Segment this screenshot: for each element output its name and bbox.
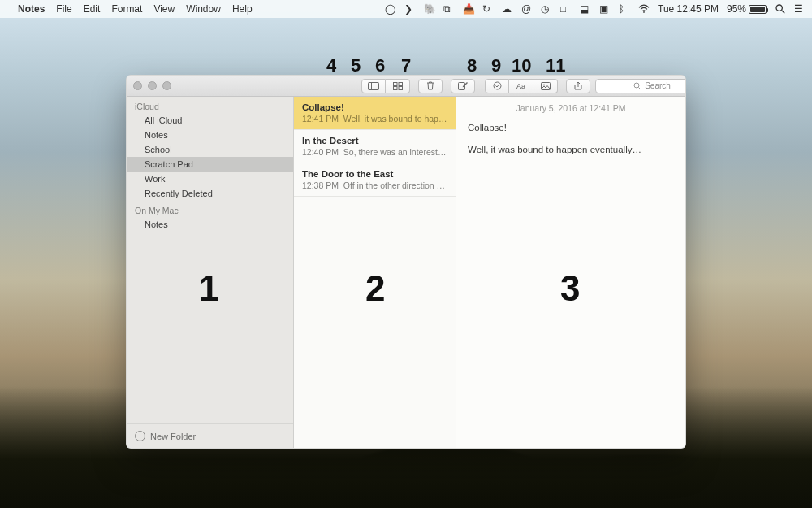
svg-point-0 (643, 11, 645, 13)
wifi-icon[interactable] (638, 3, 650, 15)
dropbox-icon[interactable]: ⬓ (580, 3, 591, 15)
search-input[interactable]: Search (595, 79, 686, 93)
svg-point-13 (634, 83, 639, 88)
plus-icon: + (135, 431, 145, 441)
media-button[interactable] (533, 79, 558, 93)
note-list-item[interactable]: Collapse! 12:41 PM Well, it was bound to… (294, 97, 456, 130)
app-menu[interactable]: Notes (18, 3, 45, 15)
svg-point-10 (494, 82, 501, 89)
new-note-button[interactable] (451, 79, 475, 93)
sidebar-section-on-my-mac: On My Mac (127, 201, 293, 217)
close-window-button[interactable] (133, 81, 142, 90)
editor-note-body: Well, it was bound to happen eventually… (468, 143, 674, 157)
note-list-item[interactable]: The Door to the East 12:38 PM Off in the… (294, 163, 456, 197)
note-time: 12:38 PM (302, 180, 339, 190)
new-folder-label: New Folder (150, 432, 196, 441)
note-preview: Well, it was bound to happen event… (343, 114, 447, 124)
overlay-label-9: 9 (491, 55, 501, 76)
sidebar-item-recently-deleted[interactable]: Recently Deleted (127, 186, 293, 201)
overlay-label-2: 2 (365, 268, 385, 309)
menubar-right: ◯ ❯ 🐘 ⧉ 📥 ↻ ☁ @ ◷ □ ⬓ ▣ ᛒ Tue 12:45 PM 9… (385, 3, 806, 15)
menu-edit[interactable]: Edit (84, 3, 101, 15)
cloud-icon[interactable]: ☁ (502, 3, 513, 15)
toolbar-right: Aa (485, 79, 590, 93)
overlay-label-8: 8 (467, 55, 477, 76)
bluetooth-icon[interactable]: ᛒ (619, 3, 630, 15)
note-title: The Door to the East (302, 169, 447, 179)
sync-icon[interactable]: ↻ (482, 3, 494, 15)
menu-file[interactable]: File (56, 3, 71, 15)
search-icon (633, 82, 641, 90)
sidebar-item-notes[interactable]: Notes (127, 128, 293, 142)
svg-rect-3 (369, 82, 379, 89)
menu-window[interactable]: Window (186, 3, 221, 15)
battery-icon (749, 5, 767, 14)
svg-rect-7 (393, 86, 397, 89)
note-preview: So, there was an interesting time w… (343, 147, 447, 157)
tray-icon[interactable]: ⧉ (443, 3, 455, 15)
overlay-label-1: 1 (199, 268, 218, 309)
svg-line-14 (639, 87, 641, 89)
window-titlebar[interactable]: Aa Search (127, 76, 685, 97)
new-folder-button[interactable]: + New Folder (127, 423, 293, 448)
overlay-label-3: 3 (560, 268, 580, 309)
notes-window: Aa Search iCloud All iCloud Notes (126, 75, 686, 449)
chevron-right-icon[interactable]: ❯ (404, 3, 416, 15)
zoom-window-button[interactable] (162, 81, 171, 90)
minimize-window-button[interactable] (148, 81, 157, 90)
circle-icon[interactable]: ◯ (385, 3, 396, 15)
svg-rect-8 (399, 86, 403, 89)
overlay-label-4: 4 (326, 55, 336, 76)
overlay-label-5: 5 (351, 55, 361, 76)
note-list-item[interactable]: In the Desert 12:40 PM So, there was an … (294, 130, 456, 163)
overlay-label-7: 7 (401, 55, 411, 76)
note-date: January 5, 2016 at 12:41 PM (456, 97, 685, 118)
sidebar-item-work[interactable]: Work (127, 172, 293, 186)
box-icon[interactable]: □ (560, 3, 572, 15)
menu-list-icon[interactable]: ☰ (794, 3, 806, 15)
evernote-icon[interactable]: 🐘 (424, 3, 435, 15)
checklist-button[interactable] (485, 79, 509, 93)
menu-help[interactable]: Help (232, 3, 253, 15)
spotlight-icon[interactable] (775, 3, 786, 15)
attachments-view-button[interactable] (386, 79, 410, 93)
clock-icon[interactable]: ◷ (541, 3, 552, 15)
toggle-sidebar-button[interactable] (361, 79, 386, 93)
format-button[interactable]: Aa (509, 79, 533, 93)
menubar-clock[interactable]: Tue 12:45 PM (658, 3, 719, 15)
toolbar (361, 79, 475, 93)
svg-line-2 (782, 11, 785, 14)
menu-view[interactable]: View (153, 3, 175, 15)
note-title: Collapse! (302, 102, 447, 112)
sidebar-item-local-notes[interactable]: Notes (127, 217, 293, 232)
inbox-icon[interactable]: 📥 (463, 3, 474, 15)
traffic-lights (133, 81, 171, 90)
search-placeholder: Search (645, 81, 671, 90)
svg-rect-11 (541, 82, 550, 89)
sidebar-item-school[interactable]: School (127, 142, 293, 157)
at-icon[interactable]: @ (521, 3, 533, 15)
sidebar-item-scratch-pad[interactable]: Scratch Pad (127, 157, 293, 172)
sidebar-item-all-icloud[interactable]: All iCloud (127, 113, 293, 128)
editor-note-title: Collapse! (468, 121, 674, 135)
macos-menubar: Notes File Edit Format View Window Help … (0, 0, 812, 18)
battery-percent: 95% (727, 3, 746, 15)
delete-note-button[interactable] (418, 79, 443, 93)
menu-format[interactable]: Format (111, 3, 142, 15)
svg-rect-5 (393, 82, 397, 85)
svg-rect-6 (399, 82, 403, 85)
share-button[interactable] (566, 79, 590, 93)
svg-point-1 (776, 5, 782, 11)
overlay-label-10: 10 (512, 55, 531, 76)
sidebar-section-icloud: iCloud (127, 97, 293, 113)
svg-point-12 (543, 84, 545, 85)
note-time: 12:41 PM (302, 114, 339, 124)
airplay-icon[interactable]: ▣ (599, 3, 611, 15)
overlay-label-6: 6 (375, 55, 385, 76)
battery-indicator[interactable]: 95% (727, 3, 767, 15)
note-time: 12:40 PM (302, 147, 339, 157)
note-preview: Off in the other direction there wa… (343, 180, 447, 190)
note-title: In the Desert (302, 136, 447, 145)
overlay-label-11: 11 (546, 55, 565, 76)
